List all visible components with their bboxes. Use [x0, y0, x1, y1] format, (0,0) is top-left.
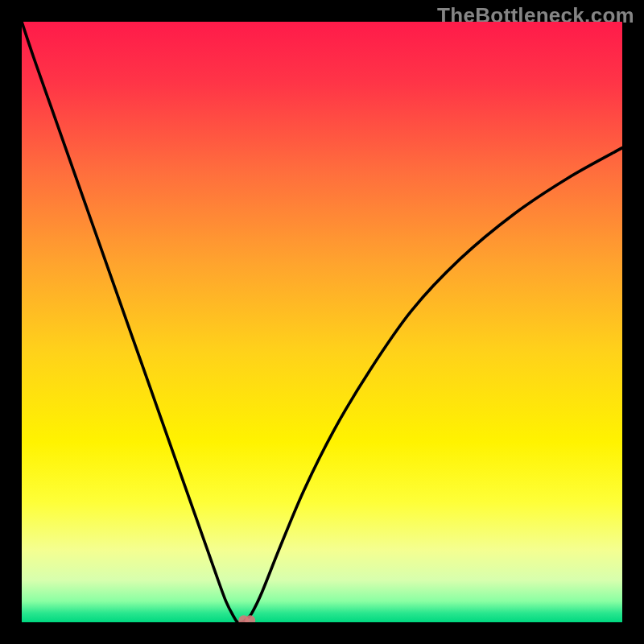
- bottleneck-chart: [22, 22, 622, 622]
- plot-background: [22, 22, 622, 622]
- chart-frame: [22, 22, 622, 622]
